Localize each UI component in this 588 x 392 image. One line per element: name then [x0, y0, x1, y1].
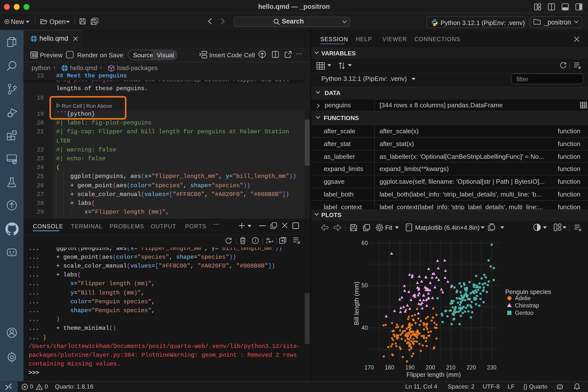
- svg-text:Bill length (mm): Bill length (mm): [353, 282, 360, 325]
- svg-text:220: 220: [466, 364, 476, 371]
- svg-text:Adelie: Adelie: [515, 295, 531, 301]
- svg-text:180: 180: [385, 364, 394, 371]
- svg-text:40: 40: [362, 324, 368, 331]
- svg-text:60: 60: [362, 240, 368, 246]
- svg-text:Chinstrap: Chinstrap: [515, 302, 539, 309]
- svg-text:200: 200: [426, 364, 435, 371]
- svg-text:50: 50: [362, 282, 368, 288]
- svg-text:Penguin species: Penguin species: [505, 288, 551, 295]
- svg-text:210: 210: [446, 364, 456, 371]
- svg-text:Gentoo: Gentoo: [515, 310, 533, 316]
- svg-text:c: c: [266, 240, 268, 244]
- svg-text:Flipper length (mm): Flipper length (mm): [406, 371, 461, 378]
- svg-text:170: 170: [364, 364, 374, 371]
- svg-text:230: 230: [487, 364, 496, 371]
- svg-text:190: 190: [405, 364, 414, 371]
